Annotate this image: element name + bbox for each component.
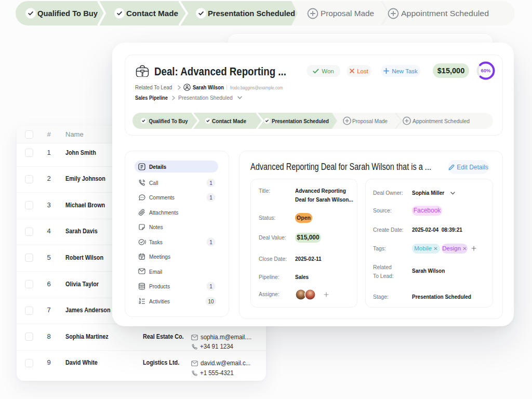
svg-text:Proposal Made: Proposal Made: [352, 118, 388, 124]
svg-text:Presentation Scheduled: Presentation Scheduled: [272, 118, 329, 124]
svg-text:Appointment Scheduled: Appointment Scheduled: [413, 118, 470, 124]
svg-text:60%: 60%: [481, 68, 491, 73]
svg-text:Qualified To Buy: Qualified To Buy: [37, 9, 98, 18]
svg-text:Qualified To Buy: Qualified To Buy: [149, 118, 188, 124]
svg-text:Contact Made: Contact Made: [212, 118, 246, 124]
svg-text:Presentation Scheduled: Presentation Scheduled: [208, 9, 295, 18]
svg-text:Contact Made: Contact Made: [126, 9, 178, 18]
svg-text:Appointment Scheduled: Appointment Scheduled: [401, 9, 489, 18]
svg-text:Proposal Made: Proposal Made: [321, 9, 374, 18]
